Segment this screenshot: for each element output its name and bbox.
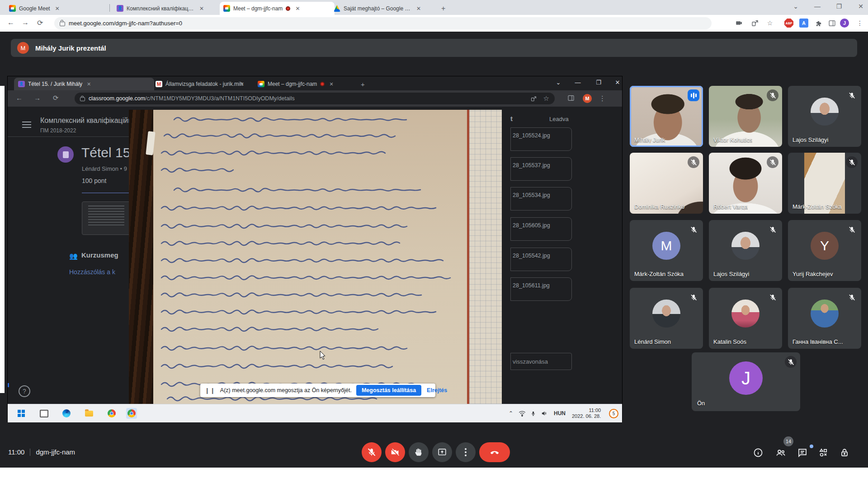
restore-button[interactable]: ❐ (832, 3, 846, 10)
forward-icon[interactable]: → (34, 94, 41, 102)
meeting-details-icon[interactable] (752, 447, 764, 459)
close-icon[interactable]: ✕ (416, 5, 421, 12)
participant-tile[interactable]: Lajos Szilágyi (709, 220, 782, 281)
participant-tile[interactable]: Dominika Ruszinkó (630, 153, 703, 214)
hide-share-bar-link[interactable]: Elrejtés (427, 387, 447, 393)
handwritten-note-photo[interactable] (129, 110, 502, 404)
close-icon[interactable]: ✕ (295, 5, 300, 12)
unsubmit-button[interactable]: visszavonása (510, 353, 572, 370)
help-button[interactable]: ? (19, 385, 30, 397)
new-tab-button[interactable]: + (438, 2, 456, 15)
share-page-icon[interactable] (530, 95, 537, 102)
outer-tab-drive[interactable]: Saját meghajtó – Google Drive ✕ (330, 2, 441, 15)
stop-sharing-button[interactable]: Megosztás leállítása (356, 385, 421, 396)
participant-tile[interactable]: M Márk-Zoltán Szóka (630, 220, 703, 281)
translate-extension-icon[interactable]: A (799, 19, 808, 28)
close-icon[interactable]: ✕ (329, 81, 333, 87)
participants-icon[interactable] (775, 447, 787, 459)
close-icon[interactable]: ✕ (199, 5, 204, 12)
file-card[interactable]: 28_105611.jpg (510, 277, 572, 301)
forward-icon[interactable]: → (22, 19, 29, 27)
shared-tab-gmail[interactable]: M Államvizsga feladatok - jurik.mih ✕ (151, 78, 257, 90)
course-comments-link[interactable]: Kurzusmeg (81, 251, 118, 259)
outer-tab-classroom[interactable]: 👤 Комплексний кваліфікаційний і ✕ (113, 2, 223, 15)
reload-icon[interactable]: ⟳ (53, 94, 59, 102)
edge-icon[interactable] (61, 408, 72, 419)
notification-center-icon[interactable]: 5 (609, 404, 618, 422)
attachment-thumbnail[interactable] (82, 201, 131, 235)
chat-icon[interactable] (797, 447, 808, 459)
profile-avatar[interactable]: M (583, 94, 592, 103)
participant-tile[interactable]: Ганна Іванівна С... (788, 288, 861, 349)
address-bar[interactable]: classroom.google.com/c/NTM1MDY5MDY3MDU3/… (75, 93, 555, 104)
raise-hand-button[interactable] (409, 442, 429, 462)
browser-menu-icon[interactable]: ⋮ (599, 94, 606, 103)
start-button-icon[interactable] (16, 408, 27, 419)
adblock-extension-icon[interactable]: ABP (784, 19, 793, 28)
add-comment-link[interactable]: Hozzászólás a k (69, 268, 115, 276)
minimize-button[interactable]: — (811, 3, 824, 10)
new-tab-button[interactable]: + (357, 78, 374, 90)
back-icon[interactable]: ← (7, 19, 14, 27)
pause-icon[interactable]: ❙❙ (205, 387, 216, 394)
participant-tile[interactable]: Mihály Jurik (630, 86, 703, 147)
side-panel-icon[interactable] (567, 94, 575, 103)
window-menu-chevron-icon[interactable]: ⌄ (789, 3, 802, 10)
file-explorer-icon[interactable] (84, 408, 94, 419)
shared-tab-meet[interactable]: Meet – dgm-jjfc-nam ✕ (254, 78, 361, 90)
language-indicator[interactable]: HUN (554, 404, 566, 422)
side-panel-icon[interactable] (827, 19, 836, 28)
participant-tile[interactable]: Katalin Soós (709, 288, 782, 349)
close-icon[interactable]: ✕ (55, 5, 60, 12)
host-controls-lock-icon[interactable] (839, 447, 850, 459)
profile-avatar[interactable]: J (840, 19, 849, 28)
outer-tab-meet-active[interactable]: Meet – dgm-jjfc-nam ✕ (220, 2, 335, 15)
outer-tab-google-meet[interactable]: Google Meet ✕ (5, 2, 108, 15)
file-card[interactable]: 28_105534.jpg (510, 187, 572, 211)
task-view-icon[interactable] (38, 408, 49, 419)
file-card[interactable]: 28_105537.jpg (510, 157, 572, 181)
chrome-active-icon[interactable] (126, 408, 137, 419)
address-bar[interactable]: meet.google.com/dgm-jjfc-nam?authuser=0 (54, 17, 712, 29)
minimize-button[interactable]: — (572, 79, 584, 86)
activities-icon[interactable] (817, 447, 829, 459)
taskbar-clock[interactable]: 11:002022. 06. 28. (572, 404, 601, 422)
file-card[interactable]: 28_105524.jpg (510, 127, 572, 151)
recording-indicator-icon (286, 6, 290, 11)
shared-tab-classroom-active[interactable]: 👤 Tétel 15. / Jurik Mihály ✕ (14, 78, 154, 90)
participant-tile[interactable]: Lénárd Simon (630, 288, 703, 349)
close-icon[interactable]: ✕ (87, 81, 91, 87)
participant-tile[interactable]: Y Yurij Rakchejev (788, 220, 861, 281)
leave-call-button[interactable] (479, 442, 510, 462)
file-card[interactable]: 28_105605.jpg (510, 217, 572, 241)
close-window-button[interactable]: ✕ (854, 3, 868, 10)
tray-chevron-icon[interactable]: ⌃ (509, 404, 513, 422)
window-menu-chevron-icon[interactable]: ⌄ (552, 79, 564, 86)
participant-tile[interactable]: Viktor Kohutics (709, 86, 782, 147)
camera-toggle-button[interactable] (385, 442, 405, 462)
self-tile[interactable]: J Ön (692, 352, 800, 411)
file-card[interactable]: 28_105542.jpg (510, 248, 572, 271)
tray-mic-icon[interactable] (530, 404, 536, 422)
back-icon[interactable]: ← (16, 94, 23, 102)
more-options-button[interactable] (456, 442, 476, 462)
hamburger-menu-icon[interactable] (22, 122, 31, 122)
bookmark-star-icon[interactable]: ☆ (543, 94, 549, 103)
chrome-icon[interactable] (106, 408, 117, 419)
share-page-icon[interactable] (750, 19, 760, 28)
bookmark-star-icon[interactable]: ☆ (765, 19, 774, 28)
restore-button[interactable]: ❐ (593, 79, 604, 86)
volume-icon[interactable] (541, 404, 548, 422)
participant-tile[interactable]: Lajos Szilágyi (788, 86, 861, 147)
mic-toggle-button[interactable] (362, 442, 382, 462)
participant-tile[interactable]: Márk-Zoltán Szóka (788, 153, 861, 214)
present-screen-button[interactable] (432, 442, 452, 462)
wifi-icon[interactable] (519, 404, 526, 422)
camera-tab-icon[interactable] (735, 19, 744, 28)
reload-icon[interactable]: ⟳ (37, 19, 43, 27)
participant-tile[interactable]: Róbert Varga (709, 153, 782, 214)
close-icon[interactable]: ✕ (240, 81, 244, 87)
close-window-button[interactable]: ✕ (612, 79, 623, 86)
browser-menu-icon[interactable]: ⋮ (855, 19, 864, 28)
extensions-puzzle-icon[interactable] (814, 19, 823, 28)
